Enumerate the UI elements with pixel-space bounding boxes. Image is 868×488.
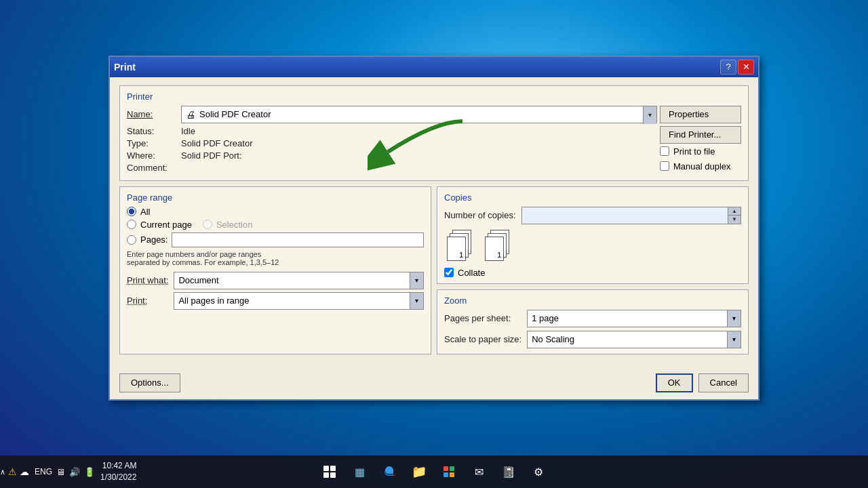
comment-row: Comment:: [127, 163, 657, 173]
manual-duplex-label: Manual duplex: [673, 161, 731, 171]
printer-section: Printer Name: 🖨 Solid PDF Creato: [119, 85, 749, 181]
print-order-inner: All pages in range ▾: [178, 293, 423, 309]
pages-radio[interactable]: [127, 235, 136, 245]
type-label: Type:: [127, 138, 181, 148]
cancel-button[interactable]: Cancel: [698, 373, 749, 392]
printer-icon: 🖨: [186, 109, 195, 120]
desktop: Print ? ✕ Printer Name:: [0, 0, 868, 488]
dialog-controls: ? ✕: [720, 60, 754, 75]
page-range-title: Page range: [127, 192, 424, 203]
cloud-icon: ☁: [20, 466, 29, 477]
selection-radio-row: Selection: [203, 220, 252, 230]
chevron-up-icon[interactable]: ∧: [0, 468, 5, 476]
type-row: Type: Solid PDF Creator: [127, 138, 657, 148]
status-row: Status: Idle: [127, 126, 657, 136]
copies-down-arrow[interactable]: ▼: [728, 216, 741, 224]
printer-name-row: Name: 🖨 Solid PDF Creator ▾: [127, 106, 657, 123]
manual-duplex-row: Manual duplex: [660, 161, 741, 171]
selection-radio[interactable]: [203, 220, 212, 229]
widgets-button[interactable]: ▦: [346, 458, 373, 485]
collate-row: Collate: [444, 268, 741, 278]
copies-up-arrow[interactable]: ▲: [728, 207, 741, 216]
print-order-label: Print:: [127, 296, 168, 306]
scale-inner: No Scaling ▾: [532, 331, 741, 348]
pages-hint: Enter page numbers and/or page rangessep…: [127, 250, 424, 266]
collate-icons-row: 3 2 1 3 2 1: [444, 230, 741, 264]
zoom-section: Zoom Pages per sheet: 1 page ▾ Scale to …: [437, 289, 749, 354]
find-printer-button[interactable]: Find Printer...: [660, 126, 741, 144]
printer-name-select-inner: 🖨 Solid PDF Creator: [186, 109, 271, 120]
print-order-dropdown[interactable]: All pages in range ▾: [174, 292, 424, 310]
current-page-radio[interactable]: [127, 220, 136, 229]
mail-button[interactable]: ✉: [465, 458, 492, 485]
warning-icon: ⚠: [8, 466, 17, 477]
printer-buttons: Properties Find Printer... Print to file…: [660, 106, 741, 175]
store-button[interactable]: [435, 458, 462, 485]
scale-label: Scale to paper size:: [444, 334, 521, 344]
footer-right: OK Cancel: [656, 373, 749, 392]
collate-label: Collate: [458, 268, 485, 278]
printer-info: Name: 🖨 Solid PDF Creator ▾: [127, 106, 657, 175]
notepad-button[interactable]: 📓: [495, 458, 522, 485]
selection-label: Selection: [216, 220, 252, 230]
copies-section: Copies Number of copies: 1 ▲ ▼: [437, 186, 749, 284]
dialog-overlay: Print ? ✕ Printer Name:: [0, 0, 868, 455]
svg-rect-1: [443, 466, 448, 471]
pages-per-sheet-label: Pages per sheet:: [444, 313, 521, 323]
all-label: All: [140, 207, 150, 217]
dialog-title: Print: [114, 62, 136, 73]
print-to-file-checkbox[interactable]: [660, 146, 669, 156]
options-button[interactable]: Options...: [119, 373, 180, 392]
print-to-file-label: Print to file: [673, 146, 715, 157]
pages-radio-wrapper: Pages:: [127, 235, 167, 245]
svg-rect-2: [450, 466, 454, 471]
taskbar-sys: ENG 🖥 🔊 🔋: [35, 467, 95, 477]
printer-dropdown-arrow[interactable]: ▾: [643, 106, 656, 124]
speaker-icon: 🔊: [69, 467, 80, 477]
printer-name-dropdown[interactable]: 🖨 Solid PDF Creator ▾: [181, 106, 657, 123]
dialog-body: Printer Name: 🖨 Solid PDF Creato: [110, 77, 758, 368]
pages-input[interactable]: [172, 232, 424, 247]
start-button[interactable]: [316, 458, 343, 485]
print-what-dropdown[interactable]: Document ▾: [174, 272, 424, 289]
where-label: Where:: [127, 150, 181, 161]
collate-checkbox[interactable]: [444, 268, 454, 277]
dialog-titlebar: Print ? ✕: [110, 57, 758, 77]
taskbar-clock[interactable]: 10:42 AM 1/30/2022: [100, 460, 136, 483]
svg-rect-4: [450, 472, 454, 477]
bottom-selects: Print what: Document ▾ Print: All pa: [127, 272, 424, 310]
properties-button[interactable]: Properties: [660, 106, 741, 123]
where-value: Solid PDF Port:: [181, 150, 242, 161]
edge-button[interactable]: [376, 458, 403, 485]
dialog-footer: Options... OK Cancel: [110, 368, 758, 399]
page-range-section: Page range All Current page: [119, 186, 431, 354]
pages-per-sheet-dropdown[interactable]: 1 page ▾: [527, 310, 741, 327]
print-order-value: All pages in range: [178, 296, 249, 306]
pages-per-sheet-arrow[interactable]: ▾: [727, 310, 741, 327]
where-row: Where: Solid PDF Port:: [127, 150, 657, 161]
scale-dropdown[interactable]: No Scaling ▾: [527, 331, 741, 348]
ok-button[interactable]: OK: [656, 373, 693, 392]
settings-button[interactable]: ⚙: [525, 458, 552, 485]
store-icon: [443, 466, 455, 478]
copies-input[interactable]: 1: [521, 207, 728, 224]
copies-arrows: ▲ ▼: [728, 207, 741, 224]
scale-arrow[interactable]: ▾: [727, 331, 741, 348]
current-page-radio-row: Current page: [127, 220, 192, 230]
name-label: Name:: [127, 109, 181, 119]
help-button[interactable]: ?: [720, 60, 736, 75]
print-what-arrow[interactable]: ▾: [410, 272, 423, 289]
zoom-grid: Pages per sheet: 1 page ▾ Scale to paper…: [444, 310, 741, 348]
folder-button[interactable]: 📁: [406, 458, 433, 485]
taskbar-right: ∧ ⚠ ☁ ENG 🖥 🔊 🔋 10:42 AM 1/30/2022: [0, 460, 144, 483]
close-button[interactable]: ✕: [738, 60, 754, 75]
copies-row: Number of copies: 1 ▲ ▼: [444, 207, 741, 224]
taskbar-icons: ▦ 📁 ✉ 📓 ⚙: [316, 458, 552, 485]
taskbar: ▦ 📁 ✉ 📓 ⚙ ∧: [0, 455, 868, 488]
all-radio[interactable]: [127, 207, 136, 216]
manual-duplex-checkbox[interactable]: [660, 161, 669, 171]
printer-name-value: Solid PDF Creator: [199, 109, 271, 119]
print-to-file-row: Print to file: [660, 146, 741, 157]
battery-icon: 🔋: [84, 467, 95, 477]
print-order-arrow[interactable]: ▾: [410, 293, 423, 309]
